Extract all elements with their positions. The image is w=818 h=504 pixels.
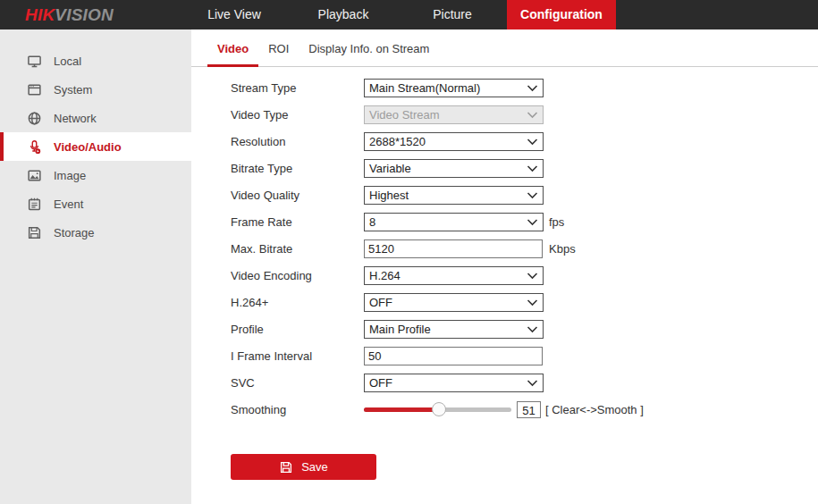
field-label: Video Type: [231, 105, 289, 124]
field-label: Stream Type: [231, 79, 296, 97]
resolution-select[interactable]: 2688*1520: [364, 132, 544, 151]
select-value: OFF: [369, 296, 392, 309]
field-label: Resolution: [231, 132, 285, 151]
form-row-video-type: Video Type Video Stream: [191, 105, 818, 132]
nav-live-view[interactable]: Live View: [180, 0, 289, 29]
microphone-icon: [27, 139, 42, 155]
video-encoding-select[interactable]: H.264: [364, 266, 544, 285]
select-value: Highest: [369, 189, 409, 202]
field-label: Smoothing: [231, 400, 286, 419]
calendar-icon: [27, 197, 42, 212]
smoothing-slider-knob[interactable]: [432, 402, 446, 416]
chevron-down-icon: [527, 380, 538, 387]
sidebar-item-label: Video/Audio: [54, 140, 122, 154]
config-sidebar: Local System Network: [0, 29, 191, 504]
select-value: 2688*1520: [369, 135, 426, 148]
form-row-resolution: Resolution 2688*1520: [191, 132, 818, 159]
sidebar-item-label: System: [54, 83, 92, 97]
content-area: Video ROI Display Info. on Stream Stream…: [191, 29, 818, 504]
sidebar-list: Local System Network: [0, 29, 191, 247]
video-type-select: Video Stream: [364, 105, 544, 124]
field-label: Video Quality: [231, 186, 299, 205]
form-row-video-quality: Video Quality Highest: [191, 186, 818, 213]
sidebar-item-label: Image: [54, 169, 86, 182]
field-suffix: Kbps: [549, 239, 576, 258]
form-row-frame-rate: Frame Rate 8 fps: [191, 213, 818, 239]
video-audio-tabs: Video ROI Display Info. on Stream: [191, 29, 818, 67]
chevron-down-icon: [527, 165, 538, 172]
image-icon: [27, 168, 42, 183]
select-value: Main Profile: [369, 323, 431, 336]
chevron-down-icon: [527, 273, 538, 280]
form-row-smoothing: Smoothing 51 [ Clear<->Smooth ]: [191, 400, 818, 427]
form-row-stream-type: Stream Type Main Stream(Normal): [191, 79, 818, 105]
form-row-h264plus: H.264+ OFF: [191, 293, 818, 320]
nav-picture[interactable]: Picture: [398, 0, 507, 29]
smoothing-slider-track[interactable]: [364, 407, 511, 412]
field-label: H.264+: [231, 293, 268, 312]
sidebar-item-local[interactable]: Local: [0, 46, 191, 75]
tab-video[interactable]: Video: [207, 29, 258, 67]
field-label: Max. Bitrate: [231, 239, 292, 258]
i-frame-interval-input[interactable]: [364, 347, 543, 365]
form-row-video-encoding: Video Encoding H.264: [191, 266, 818, 293]
logo-vision: VISION: [55, 5, 114, 25]
globe-icon: [27, 111, 42, 126]
sidebar-item-label: Local: [54, 55, 81, 68]
chevron-down-icon: [527, 299, 538, 307]
field-suffix: fps: [549, 213, 564, 231]
chevron-down-icon: [527, 139, 538, 146]
bitrate-type-select[interactable]: Variable: [364, 159, 544, 178]
sidebar-item-storage[interactable]: Storage: [0, 218, 191, 247]
svc-select[interactable]: OFF: [364, 374, 544, 392]
form-row-max-bitrate: Max. Bitrate Kbps: [191, 239, 818, 266]
window-icon: [27, 82, 42, 97]
chevron-down-icon: [527, 326, 538, 333]
floppy-icon: [27, 225, 42, 240]
logo-hik: HIK: [25, 5, 55, 25]
select-value: OFF: [369, 376, 392, 390]
sidebar-item-network[interactable]: Network: [0, 104, 191, 132]
sidebar-item-video-audio[interactable]: Video/Audio: [0, 132, 191, 161]
field-label: SVC: [231, 374, 255, 392]
max-bitrate-input[interactable]: [364, 239, 543, 258]
video-settings-form: Stream Type Main Stream(Normal) Video Ty…: [191, 79, 818, 427]
save-button-label: Save: [301, 460, 328, 474]
frame-rate-select[interactable]: 8: [364, 213, 544, 231]
top-header: HIKVISION Live View Playback Picture Con…: [0, 0, 818, 29]
tab-display-info-on-stream[interactable]: Display Info. on Stream: [299, 29, 439, 67]
form-row-profile: Profile Main Profile: [191, 320, 818, 347]
smoothing-slider-fill: [364, 407, 439, 412]
tab-roi[interactable]: ROI: [258, 29, 299, 67]
sidebar-item-image[interactable]: Image: [0, 161, 191, 189]
sidebar-item-event[interactable]: Event: [0, 189, 191, 218]
stream-type-select[interactable]: Main Stream(Normal): [364, 79, 544, 97]
sidebar-item-label: Event: [54, 197, 83, 211]
main-nav: Live View Playback Picture Configuration: [180, 0, 616, 29]
video-quality-select[interactable]: Highest: [364, 186, 544, 205]
smoothing-slider: 51 [ Clear<->Smooth ]: [364, 400, 644, 419]
chevron-down-icon: [527, 192, 538, 199]
field-label: Video Encoding: [231, 266, 312, 285]
profile-select[interactable]: Main Profile: [364, 320, 544, 339]
smoothing-value-box: 51: [517, 401, 541, 418]
save-icon: [279, 460, 293, 475]
nav-configuration[interactable]: Configuration: [507, 0, 616, 29]
sidebar-item-label: Storage: [54, 226, 95, 239]
select-value: Variable: [369, 162, 411, 175]
monitor-icon: [27, 54, 42, 69]
save-button[interactable]: Save: [231, 454, 376, 480]
select-value: 8: [369, 215, 375, 229]
nav-playback[interactable]: Playback: [289, 0, 398, 29]
form-row-bitrate-type: Bitrate Type Variable: [191, 159, 818, 186]
form-row-svc: SVC OFF: [191, 374, 818, 400]
form-row-i-frame-interval: I Frame Interval: [191, 347, 818, 374]
chevron-down-icon: [527, 85, 538, 92]
sidebar-item-label: Network: [54, 112, 97, 125]
field-label: Bitrate Type: [231, 159, 292, 178]
chevron-down-icon: [527, 219, 538, 226]
h264plus-select[interactable]: OFF: [364, 293, 544, 312]
sidebar-item-system[interactable]: System: [0, 75, 191, 104]
hikvision-logo: HIKVISION: [25, 0, 114, 29]
field-label: Frame Rate: [231, 213, 292, 231]
